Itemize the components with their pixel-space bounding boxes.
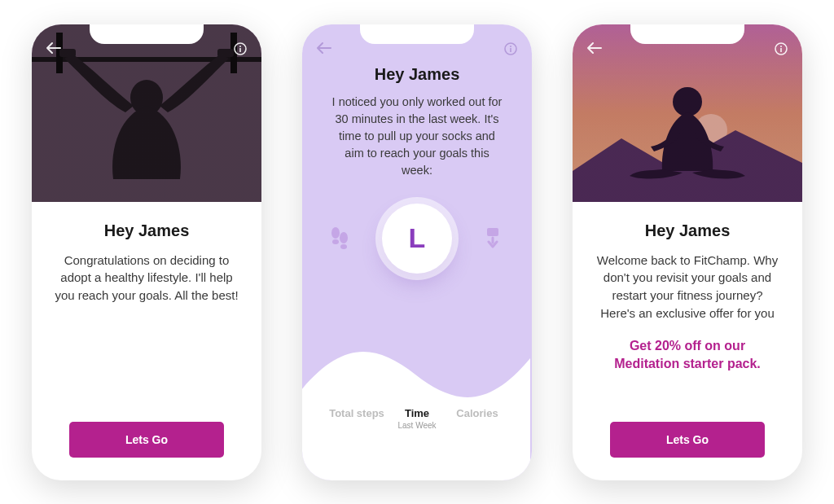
greeting-title: Hey James (330, 65, 504, 84)
metric-label-calories[interactable]: Calories (447, 407, 507, 430)
svg-point-16 (340, 244, 347, 249)
info-icon[interactable] (504, 42, 517, 55)
phone-mockup-onboarding: Hey James Congratulations on deciding to… (32, 24, 261, 480)
metric-center-bubble[interactable]: L (382, 204, 452, 274)
svg-point-11 (510, 46, 511, 47)
body-text: Congratulations on deciding to adopt a h… (55, 252, 239, 305)
content-block: Hey James Welcome back to FitChamp. Why … (573, 202, 802, 374)
cta-container: Lets Go (32, 422, 261, 458)
mockup-stage: Hey James Congratulations on deciding to… (0, 0, 834, 504)
back-arrow-icon[interactable] (587, 42, 602, 54)
svg-point-15 (340, 232, 348, 243)
footsteps-icon (327, 226, 353, 252)
svg-rect-20 (780, 48, 782, 52)
svg-point-19 (780, 46, 782, 47)
back-arrow-icon[interactable] (317, 42, 331, 54)
phone-mockup-offer: Hey James Welcome back to FitChamp. Why … (573, 24, 802, 480)
calories-down-icon (481, 226, 507, 252)
info-icon[interactable] (775, 42, 788, 55)
greeting-title: Hey James (55, 221, 239, 240)
svg-rect-12 (510, 48, 511, 52)
body-text: Welcome back to FitChamp. Why don't you … (595, 252, 779, 322)
svg-point-1 (239, 46, 241, 47)
cta-container: Lets Go (573, 422, 802, 458)
phone-notch (90, 24, 204, 44)
svg-point-13 (331, 227, 340, 239)
back-arrow-icon[interactable] (46, 42, 61, 54)
phone-mockup-progress: Hey James I noticed you only worked out … (302, 24, 532, 480)
svg-point-14 (332, 239, 339, 244)
lets-go-button[interactable]: Lets Go (69, 422, 224, 458)
content-block: Hey James Congratulations on deciding to… (32, 202, 261, 305)
body-text: I noticed you only worked out for 30 min… (330, 94, 504, 179)
metric-center-letter: L (409, 222, 426, 254)
phone-notch (630, 24, 744, 44)
lets-go-button[interactable]: Lets Go (610, 422, 765, 458)
metrics-area: L (302, 187, 532, 342)
svg-rect-17 (487, 228, 498, 236)
phone-notch (360, 24, 474, 44)
info-icon[interactable] (234, 42, 247, 55)
metric-label-time[interactable]: Time Last Week (387, 407, 447, 430)
greeting-title: Hey James (595, 221, 779, 240)
svg-rect-2 (239, 48, 241, 52)
metric-label-steps[interactable]: Total steps (327, 407, 387, 430)
metric-labels: Total steps Time Last Week Calories (302, 407, 532, 430)
offer-text: Get 20% off on our Meditation starter pa… (595, 337, 779, 374)
